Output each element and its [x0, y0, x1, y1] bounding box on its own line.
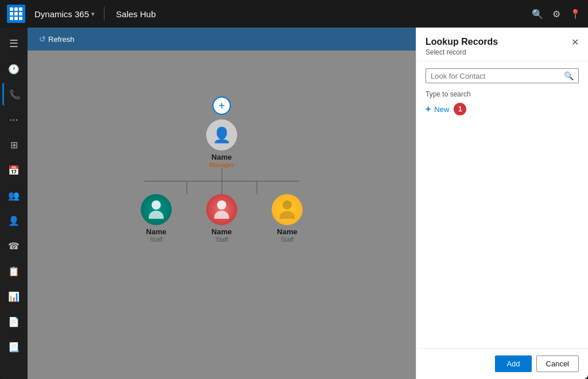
main-area: ☰ 🕐 📞 ··· ⊞ 📅 👥 👤 ☎ 📋 📊 📄 📃 ↺ Refresh	[0, 28, 588, 379]
refresh-icon: ↺	[39, 34, 46, 44]
staff-role-3: Staff	[281, 236, 293, 243]
manager-node: 👤 Name Manager	[206, 119, 237, 168]
refresh-button[interactable]: ↺ Refresh	[34, 32, 79, 46]
lookup-title: Lookup Records	[425, 37, 498, 47]
module-name: Sales Hub	[109, 9, 163, 19]
connector-group	[144, 168, 299, 194]
new-record-button[interactable]: + New	[425, 104, 449, 114]
sidebar-more[interactable]: ···	[2, 108, 25, 131]
lookup-title-group: Lookup Records Select record	[425, 37, 498, 56]
add-button[interactable]: Add	[495, 355, 531, 372]
staff-name-3: Name	[277, 227, 297, 236]
new-row: + New 1	[425, 103, 579, 115]
badge-count: 1	[454, 103, 466, 115]
staff-name-2: Name	[211, 227, 231, 236]
manager-name: Name	[211, 153, 231, 161]
refresh-label: Refresh	[48, 35, 75, 44]
staff-role-1: Staff	[150, 236, 163, 243]
lookup-subtitle: Select record	[425, 48, 498, 56]
staff-node-1: Name Staff	[141, 194, 172, 243]
sidebar-phone[interactable]: 📞	[2, 83, 25, 106]
staff-node-2: Name Staff	[206, 194, 237, 243]
lookup-panel: Lookup Records Select record ✕ 🔍 Type to…	[416, 28, 588, 379]
sidebar-report[interactable]: 📊	[2, 285, 25, 308]
connector-h	[144, 181, 299, 181]
sidebar-user[interactable]: 👤	[2, 209, 25, 232]
sidebar-phone2[interactable]: ☎	[2, 234, 25, 257]
lookup-search-input[interactable]	[431, 72, 562, 80]
staff-name-1: Name	[146, 227, 166, 236]
sidebar-grid[interactable]: ⊞	[2, 133, 25, 156]
sidebar-menu[interactable]: ☰	[2, 32, 25, 55]
staff-role-2: Staff	[215, 236, 228, 243]
settings-icon[interactable]: ⚙	[552, 9, 560, 20]
dynamics-nav[interactable]: Dynamics 365 ▾	[30, 9, 99, 19]
location-icon[interactable]: 📍	[570, 9, 581, 20]
top-nav: Dynamics 365 ▾ Sales Hub 🔍 ⚙ 📍	[0, 0, 588, 28]
nav-divider	[104, 7, 105, 21]
sidebar-document[interactable]: 📄	[2, 310, 25, 333]
sidebar-calendar[interactable]: 📅	[2, 158, 25, 181]
manager-role: Manager	[209, 161, 234, 168]
org-chart-canvas: + 👤 Name Manager	[28, 51, 416, 379]
lookup-header: Lookup Records Select record ✕	[416, 28, 588, 61]
sidebar-contacts[interactable]: 👥	[2, 184, 25, 207]
scroll-indicator	[220, 374, 223, 377]
cancel-button[interactable]: Cancel	[536, 355, 579, 372]
toolbar: ↺ Refresh	[28, 28, 416, 51]
manager-avatar: 👤	[206, 119, 237, 150]
app-frame: Dynamics 365 ▾ Sales Hub 🔍 ⚙ 📍 ☰ 🕐 📞 ···…	[0, 0, 588, 379]
lookup-close-button[interactable]: ✕	[571, 37, 579, 48]
branch-v-2	[222, 181, 222, 194]
lookup-search-box: 🔍	[425, 68, 579, 83]
add-manager-button[interactable]: +	[212, 96, 231, 115]
close-icon: ✕	[571, 37, 579, 47]
new-label: New	[434, 105, 449, 114]
org-chart: + 👤 Name Manager	[141, 96, 303, 243]
chevron-down-icon: ▾	[91, 10, 95, 18]
type-to-search-label: Type to search	[425, 90, 579, 98]
staff-node-3: Name Staff	[272, 194, 303, 243]
branch-v-3	[257, 181, 257, 194]
dynamics-label: Dynamics 365	[34, 9, 89, 19]
search-icon[interactable]: 🔍	[532, 9, 543, 20]
lookup-footer: Add Cancel	[416, 348, 588, 379]
search-icon: 🔍	[564, 71, 574, 80]
sidebar-history[interactable]: 🕐	[2, 57, 25, 80]
staff-avatar-1	[141, 194, 172, 225]
sidebar-document2[interactable]: 📃	[2, 335, 25, 358]
branch-v-1	[187, 181, 187, 194]
waffle-button[interactable]	[7, 5, 25, 23]
staff-avatar-3	[272, 194, 303, 225]
add-icon: +	[218, 99, 225, 113]
lookup-body: 🔍 Type to search + New 1	[416, 61, 588, 348]
connector-v-top	[222, 168, 222, 181]
connector-branches	[187, 181, 257, 194]
plus-icon: +	[425, 104, 431, 114]
staff-avatar-2	[206, 194, 237, 225]
sidebar-board[interactable]: 📋	[2, 260, 25, 283]
content-area: ↺ Refresh + 👤 Name Manager	[28, 28, 416, 379]
nav-icons: 🔍 ⚙ 📍	[532, 9, 581, 20]
sidebar: ☰ 🕐 📞 ··· ⊞ 📅 👥 👤 ☎ 📋 📊 📄 📃	[0, 28, 28, 379]
staff-row: Name Staff Name Staff	[141, 194, 303, 243]
